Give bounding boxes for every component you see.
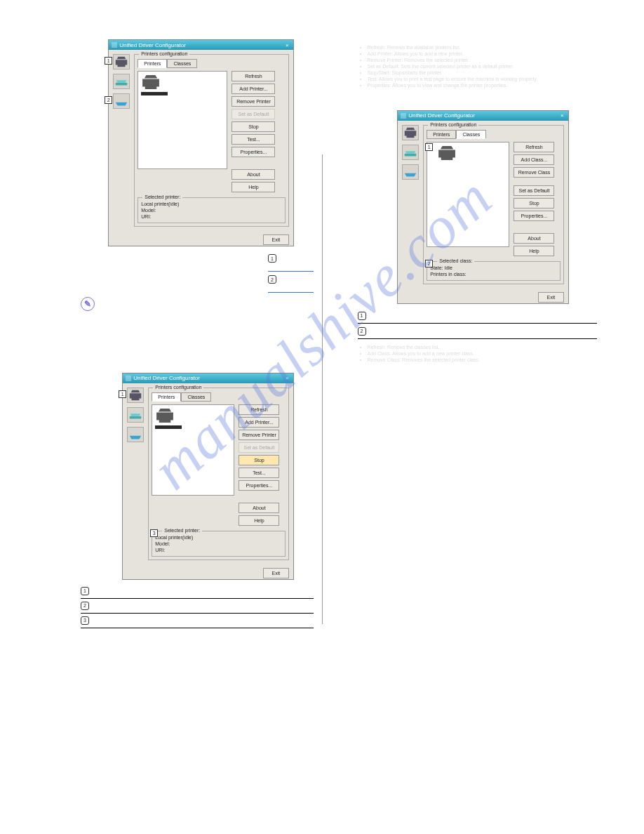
close-icon[interactable]: × <box>558 112 565 119</box>
printers-tab-heading: Printers tab <box>81 346 280 352</box>
list-item: Remove Printer: Removes the selected pri… <box>368 58 598 62</box>
printer-name-redacted <box>141 92 168 95</box>
sidebar-printer-icon[interactable]: 1 <box>127 388 144 403</box>
printer-class-icon[interactable] <box>437 145 457 161</box>
group-label: Printers configuration <box>153 385 203 390</box>
about-button[interactable]: About <box>514 233 554 244</box>
add-printer-button[interactable]: Add Printer... <box>232 84 275 94</box>
stop-button[interactable]: Stop <box>232 121 275 132</box>
remove-class-button[interactable]: Remove Class <box>514 167 554 178</box>
list-item: Stop/Start: Stops/starts the printer. <box>368 70 598 75</box>
note-icon: ✎ <box>81 297 95 311</box>
add-printer-button[interactable]: Add Printer... <box>239 417 279 428</box>
help-button[interactable]: Help <box>232 182 275 192</box>
close-icon[interactable]: × <box>283 41 290 48</box>
sp-line2: Model: <box>155 541 282 547</box>
printer-list[interactable] <box>137 71 227 169</box>
group-label: Printers configuration <box>428 122 478 127</box>
window-menu-icon <box>112 42 117 48</box>
sidebar-port-icon[interactable] <box>127 427 144 442</box>
tab-classes[interactable]: Classes <box>167 59 197 68</box>
sidebar-scanner-icon[interactable] <box>113 74 130 89</box>
sc-line1: State: Idle <box>430 265 557 271</box>
tab-printers[interactable]: Printers <box>137 59 167 68</box>
printer-list[interactable] <box>152 404 234 496</box>
printer-device-icon[interactable] <box>155 408 175 423</box>
add-class-button[interactable]: Add Class... <box>514 154 554 165</box>
help-button[interactable]: Help <box>514 246 554 256</box>
remove-printer-button[interactable]: Remove Printer <box>239 430 279 440</box>
dialog-2: Unified Driver Configurator× 1 Printers … <box>122 373 294 580</box>
sidebar-scanner-icon[interactable] <box>402 145 419 160</box>
sidebar-printer-icon[interactable]: 1 <box>113 54 130 70</box>
window-menu-icon <box>401 113 406 119</box>
tab-printers[interactable]: Printers <box>427 130 456 139</box>
dialog-1: Unified Driver Configurator × 1 2 <box>108 39 294 246</box>
callout-1: 1 <box>105 57 112 65</box>
properties-button[interactable]: Properties... <box>239 480 279 491</box>
tab-classes[interactable]: Classes <box>181 392 211 402</box>
sp-line1: Local printer(idle) <box>155 534 282 541</box>
remove-printer-button[interactable]: Remove Printer <box>232 96 275 107</box>
classes-legend: 1Shows all of the printer classes. 2Show… <box>358 311 598 339</box>
selected-class-label: Selected class: <box>437 258 474 263</box>
table-row-2: 2Shows all of the installed printers. <box>81 602 314 610</box>
class-button-descriptions: Refresh: Renews the classes list. Add Cl… <box>368 345 598 362</box>
exit-button[interactable]: Exit <box>538 292 565 303</box>
list-item: Set as Default: Sets the current selecte… <box>368 64 598 69</box>
list-item: Add Class: Allows you to add a new print… <box>368 351 598 356</box>
sidebar-port-icon[interactable] <box>402 164 419 180</box>
set-default-button[interactable]: Set as Default <box>514 185 554 196</box>
refresh-button[interactable]: Refresh <box>232 71 275 81</box>
exit-button[interactable]: Exit <box>263 568 290 578</box>
selected-printer-box: Selected printer: Local printer(idle) Mo… <box>137 197 286 223</box>
list-item: Add Printer: Allows you to add a new pri… <box>368 51 598 56</box>
printer-name-redacted <box>155 425 182 429</box>
tab-classes[interactable]: Classes <box>456 130 486 139</box>
refresh-button[interactable]: Refresh <box>514 142 554 152</box>
classes-tab-heading: Classes tab <box>359 89 598 96</box>
about-button[interactable]: About <box>239 503 279 513</box>
sp-line1: Local printer(idle) <box>141 201 282 207</box>
stop-button[interactable]: Stop <box>239 455 279 465</box>
table-row-3: 3Shows the status, model name, and URI o… <box>81 616 314 625</box>
sidebar-printer-icon[interactable] <box>402 125 419 140</box>
properties-button[interactable]: Properties... <box>514 211 554 221</box>
list-item: Remove Class: Removes the selected print… <box>368 357 598 362</box>
dialog-3: Unified Driver Configurator× Printers co… <box>397 110 569 304</box>
callout-2: 2 <box>105 96 112 104</box>
dialog-2-wrap: Unified Driver Configurator× 1 Printers … <box>103 373 314 580</box>
sidebar-port-icon[interactable]: 2 <box>113 93 130 109</box>
test-button[interactable]: Test... <box>239 468 279 478</box>
titlebar: Unified Driver Configurator × <box>109 40 293 50</box>
sp-line3: URI: <box>141 213 282 220</box>
exit-button[interactable]: Exit <box>263 234 290 245</box>
list-item: Test: Allows you to print a test page to… <box>368 77 598 81</box>
table-row-1: 1Shows all of the printer classes. <box>358 311 598 320</box>
window-menu-icon <box>126 376 131 381</box>
page: Unified Driver Configurator × 1 2 <box>0 0 644 666</box>
stop-button[interactable]: Stop <box>514 198 554 208</box>
close-icon[interactable]: × <box>283 375 290 382</box>
test-button[interactable]: Test... <box>232 134 275 145</box>
set-default-button: Set as Default <box>239 442 279 453</box>
help-button[interactable]: Help <box>239 515 279 526</box>
callout-1: 1 <box>425 143 433 151</box>
printer-device-icon[interactable] <box>141 74 161 90</box>
sidebar: 1 2 <box>112 53 133 231</box>
about-button[interactable]: About <box>232 169 275 180</box>
sc-line2: Printers in class: <box>430 271 557 277</box>
list-item: Refresh: Renews the classes list. <box>368 345 598 350</box>
refresh-button[interactable]: Refresh <box>239 404 279 415</box>
dialog-3-wrap: Unified Driver Configurator× Printers co… <box>370 110 598 304</box>
printers-tab-para: View the current system's printer config… <box>81 355 280 369</box>
callout-3: 3 <box>150 529 158 537</box>
printers-config-group: Printers configuration Printers Classes <box>134 54 289 227</box>
properties-button[interactable]: Properties... <box>232 147 275 157</box>
window-title: Unified Driver Configurator <box>133 375 200 381</box>
tab-printers[interactable]: Printers <box>152 392 181 402</box>
window-title: Unified Driver Configurator <box>408 112 475 119</box>
sidebar-scanner-icon[interactable] <box>127 407 144 423</box>
class-list[interactable]: 1 <box>427 142 509 247</box>
button-descriptions: Refresh: Renews the available printers l… <box>368 45 598 88</box>
